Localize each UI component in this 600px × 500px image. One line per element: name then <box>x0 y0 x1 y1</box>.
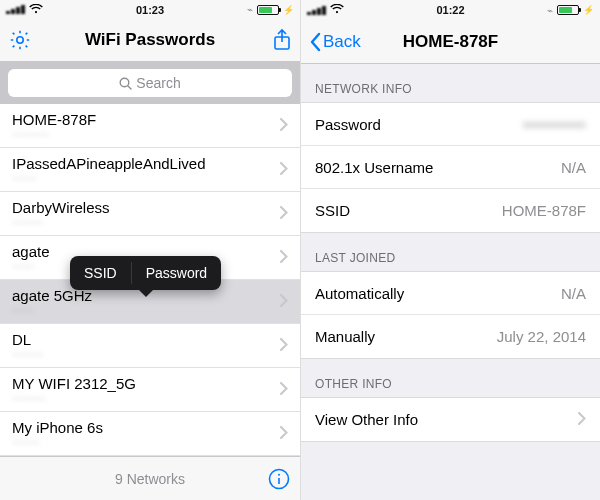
battery-icon <box>557 5 579 15</box>
chevron-right-icon <box>280 205 288 223</box>
section-header-network-info: NETWORK INFO <box>301 64 600 102</box>
search-icon <box>119 77 132 90</box>
network-count: 9 Networks <box>115 471 185 487</box>
cell-password[interactable]: Password •••••••••• <box>301 103 600 146</box>
chevron-right-icon <box>280 381 288 399</box>
copy-popover: SSIDPassword <box>70 256 221 290</box>
screen-wifi-passwords: 01:23 ⌁ ⚡ WiFi Passwords <box>0 0 300 500</box>
network-list: HOME-878F············IPassedAPineappleAn… <box>0 104 300 500</box>
svg-point-6 <box>278 473 280 475</box>
copy-password-button[interactable]: Password <box>132 256 221 290</box>
signal-icon <box>6 5 25 14</box>
cell-manual-joined: Manually July 22, 2014 <box>301 315 600 358</box>
list-item[interactable]: DL·········· <box>0 324 300 368</box>
detail-table: NETWORK INFO Password •••••••••• 802.1x … <box>301 64 600 500</box>
cell-auto-joined: Automatically N/A <box>301 272 600 315</box>
cell-view-other-info[interactable]: View Other Info <box>301 398 600 441</box>
search-bar: Search <box>0 62 300 104</box>
battery-icon <box>257 5 279 15</box>
list-item[interactable]: IPassedAPineappleAndLived········ <box>0 148 300 192</box>
chevron-right-icon <box>280 161 288 179</box>
network-ssid: IPassedAPineappleAndLived <box>12 155 280 172</box>
network-ssid: DL <box>12 331 280 348</box>
svg-line-3 <box>128 86 131 89</box>
network-ssid: DarbyWireless <box>12 199 280 216</box>
list-item[interactable]: DarbyWireless·········· <box>0 192 300 236</box>
copy-ssid-button[interactable]: SSID <box>70 256 131 290</box>
back-label: Back <box>323 32 361 52</box>
network-sub: ··········· <box>12 392 280 404</box>
section-header-last-joined: LAST JOINED <box>301 233 600 271</box>
list-item[interactable]: MY WIFI 2312_5G··········· <box>0 368 300 412</box>
page-title: WiFi Passwords <box>85 30 215 50</box>
cell-8021x-username: 802.1x Username N/A <box>301 146 600 189</box>
network-ssid: My iPhone 6s <box>12 419 280 436</box>
charging-icon: ⚡ <box>583 5 594 15</box>
list-item[interactable]: My iPhone 6s········· <box>0 412 300 456</box>
network-sub: ······· <box>12 304 280 316</box>
list-item[interactable]: HOME-878F············ <box>0 104 300 148</box>
list-item[interactable]: agate 5GHz·······SSIDPassword <box>0 280 300 324</box>
network-sub: ·········· <box>12 216 280 228</box>
section-header-other-info: OTHER INFO <box>301 359 600 397</box>
status-bar: 01:22 ⌁ ⚡ <box>301 0 600 20</box>
signal-icon <box>307 6 326 15</box>
chevron-right-icon <box>280 425 288 443</box>
network-sub: ········ <box>12 172 280 184</box>
share-icon[interactable] <box>272 28 292 52</box>
chevron-left-icon <box>309 32 321 52</box>
screen-network-detail: 01:22 ⌁ ⚡ Back HOME-878F NETWORK INFO Pa… <box>300 0 600 500</box>
network-sub: ········· <box>12 436 280 448</box>
cell-ssid: SSID HOME-878F <box>301 189 600 232</box>
bluetooth-icon: ⌁ <box>547 5 553 16</box>
chevron-right-icon <box>280 337 288 355</box>
back-button[interactable]: Back <box>309 32 361 52</box>
bluetooth-icon: ⌁ <box>247 4 253 15</box>
chevron-right-icon <box>280 117 288 135</box>
network-ssid: HOME-878F <box>12 111 280 128</box>
page-title: HOME-878F <box>403 32 498 52</box>
password-value: •••••••••• <box>523 116 586 133</box>
search-placeholder: Search <box>136 75 180 91</box>
search-input[interactable]: Search <box>8 69 292 97</box>
chevron-right-icon <box>578 411 586 429</box>
info-icon[interactable] <box>268 457 290 500</box>
network-sub: ············ <box>12 128 280 140</box>
chevron-right-icon <box>280 249 288 267</box>
network-ssid: MY WIFI 2312_5G <box>12 375 280 392</box>
nav-bar: WiFi Passwords <box>0 19 300 62</box>
toolbar: 9 Networks <box>0 456 300 500</box>
svg-point-0 <box>17 37 23 43</box>
wifi-icon <box>29 4 43 16</box>
wifi-icon <box>330 4 344 16</box>
gear-icon[interactable] <box>8 28 32 52</box>
network-sub: ·········· <box>12 348 280 360</box>
nav-bar: Back HOME-878F <box>301 20 600 64</box>
charging-icon: ⚡ <box>283 5 294 15</box>
status-bar: 01:23 ⌁ ⚡ <box>0 0 300 19</box>
chevron-right-icon <box>280 293 288 311</box>
